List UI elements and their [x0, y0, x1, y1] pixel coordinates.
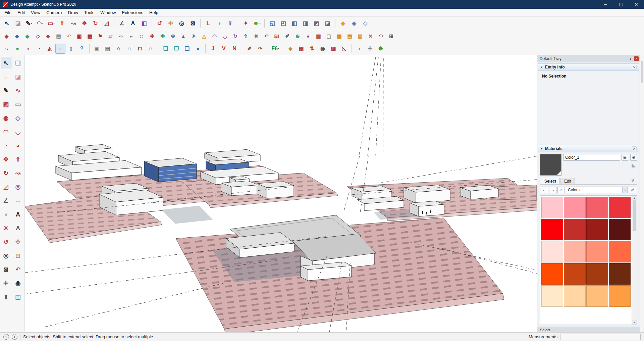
walk-tool-button[interactable]: ⇑ [1, 291, 11, 303]
color-swatch-0-1[interactable] [564, 197, 586, 218]
materials-close-icon[interactable]: ✕ [632, 146, 637, 151]
two-point-arc-button[interactable]: ◡ [13, 126, 23, 138]
sign-in-avatar-button[interactable]: ☻▾ [252, 18, 262, 29]
followme-tool-button[interactable]: ↝ [13, 167, 23, 179]
rectangle-tool-button[interactable]: ▨ [1, 98, 11, 110]
color-swatch-2-2[interactable] [586, 241, 608, 262]
solid-intersect-button[interactable]: ◇ [33, 32, 43, 41]
menu-view[interactable]: View [28, 9, 43, 16]
eraser-tool-button[interactable]: ◪ [13, 70, 23, 83]
materials-header[interactable]: ▼ Materials ✕ [538, 145, 639, 152]
scene-flag-button[interactable]: ⚑ [95, 32, 105, 41]
purge-model-button[interactable]: ⊕ [293, 32, 303, 41]
select-tool-button[interactable]: ↖ [1, 57, 11, 69]
cylinder-tool-button[interactable]: ▯ [66, 44, 76, 54]
material-thumbnail[interactable] [540, 154, 561, 176]
pan-tool-button[interactable]: ✣ [13, 236, 23, 248]
extension-warehouse-button[interactable]: ◑ [214, 18, 224, 29]
color-swatch-4-1[interactable] [564, 285, 586, 307]
color-swatch-4-3[interactable] [609, 285, 631, 307]
solid-split-button[interactable]: ◈ [43, 32, 53, 41]
rotate-tool-button[interactable]: ↻ [1, 167, 11, 179]
paint-bucket-tool-button[interactable]: ◧ [139, 18, 149, 29]
solid-trim-button[interactable]: ◆ [22, 32, 32, 41]
add-detail-button[interactable]: ◺ [339, 44, 349, 54]
marquee-select-button[interactable]: ▢ [324, 32, 334, 41]
dropper-icon[interactable]: ✐ [630, 178, 636, 184]
stamp-button[interactable]: ◉ [318, 44, 328, 54]
back-arrow-icon[interactable]: ← [541, 187, 548, 193]
menu-tools[interactable]: Tools [81, 9, 97, 16]
collapse-arrow-icon[interactable]: ▼ [540, 66, 543, 69]
followme-tool-button[interactable]: ↝ [68, 18, 78, 29]
axes-tool-button[interactable]: ✳ [1, 222, 11, 234]
view-left-button[interactable]: ◪ [322, 18, 333, 29]
pin-tool-button[interactable]: ✛ [365, 44, 375, 54]
maximize-button[interactable]: ▢ [613, 0, 629, 9]
color-swatch-3-1[interactable] [564, 263, 586, 285]
view-top-button[interactable]: ◰ [278, 18, 288, 29]
undo-red-button[interactable]: ↶ [262, 32, 271, 41]
sample-material-icon[interactable]: ◣ [630, 162, 637, 168]
grid-tool-button[interactable]: ▦ [334, 32, 344, 41]
position-camera-button[interactable]: ✛ [1, 277, 11, 289]
align-j-button[interactable]: J [208, 44, 218, 54]
zoom-window-button[interactable]: ⊡ [13, 249, 23, 262]
model-viewport[interactable] [25, 55, 537, 332]
sandbox-scratch-button[interactable]: ▦ [296, 44, 306, 54]
smooth-sphere-button[interactable]: ● [55, 44, 65, 54]
undo-history-button[interactable]: ↶ [64, 32, 74, 41]
drape-button[interactable]: ▨ [328, 44, 338, 54]
pie-tool-button[interactable]: ◔ [1, 139, 11, 152]
loop-tool-button[interactable]: ↻ [230, 32, 240, 41]
menu-file[interactable]: File [1, 9, 14, 16]
curviloft-button[interactable]: ◖ [354, 44, 364, 54]
circle-tool-button[interactable]: ◍ [1, 112, 11, 124]
tent-tool-button[interactable]: ◭ [45, 44, 55, 54]
bool-tool-button[interactable]: B! [272, 32, 282, 41]
section-plane-button[interactable]: ◫ [13, 291, 23, 303]
menu-help[interactable]: Help [146, 9, 161, 16]
color-swatch-2-1[interactable] [564, 241, 586, 262]
minimize-button[interactable]: ─ [598, 0, 613, 9]
polygon-tool-button[interactable]: ◇ [13, 112, 23, 124]
layer-stack-2-button[interactable]: ❐ [171, 44, 181, 54]
freehand-tool-button[interactable]: ∿ [13, 84, 23, 97]
move-tool-button[interactable]: ✥ [1, 153, 11, 165]
protractor-tool-button[interactable]: ◖ [1, 208, 11, 221]
color-swatch-1-2[interactable] [586, 219, 608, 240]
double-cut-button[interactable]: ✕ [366, 32, 375, 41]
scale-tool-button[interactable]: ◿ [1, 181, 11, 193]
table-tool-button[interactable]: ▥ [355, 32, 365, 41]
arc-tool-button[interactable]: ◠▾ [35, 18, 45, 29]
fredo6-tools-button[interactable]: F6▾ [270, 44, 280, 54]
cone-tool-button[interactable]: ▲ [178, 32, 188, 41]
swatch-scrollbar[interactable]: ▲ ▼ [632, 196, 637, 325]
hatch-tool-button[interactable]: ▤ [345, 32, 355, 41]
forward-arrow-icon[interactable]: → [549, 187, 556, 193]
clipboard-page-button[interactable]: ❏ [13, 57, 23, 69]
grid-snap-button[interactable]: ⊞ [386, 32, 396, 41]
color-swatch-0-2[interactable] [586, 197, 608, 218]
menu-camera[interactable]: Camera [43, 9, 65, 16]
color-swatch-4-2[interactable] [586, 285, 608, 307]
wall-panel-button[interactable]: ▤ [103, 44, 113, 54]
material-replacer-button[interactable]: ▣ [74, 32, 84, 41]
tape-measure-tool-button[interactable]: ∠ [117, 18, 127, 29]
color-swatch-0-3[interactable] [609, 197, 631, 218]
dome-tool-button[interactable]: ◗ [23, 44, 33, 54]
eraser-tool-button[interactable]: ◪ [13, 18, 23, 29]
poly-sphere-button[interactable]: ❋ [376, 44, 386, 54]
flat-roof-button[interactable]: ⊓ [135, 44, 145, 54]
geodesic-sphere-button[interactable]: ● [12, 44, 22, 54]
color-swatch-1-1[interactable] [564, 219, 586, 240]
smoove-button[interactable]: ⇅ [307, 44, 317, 54]
color-swatch-3-3[interactable] [609, 263, 631, 285]
weld-tool-button[interactable]: ● [303, 32, 313, 41]
pattern-fill-button[interactable]: ▩ [314, 32, 323, 41]
starburst-tool-button[interactable]: ✳ [189, 32, 199, 41]
dropper-1-button[interactable]: ✐ [245, 44, 255, 54]
component-box-button[interactable]: ▣ [92, 44, 102, 54]
component-grid-button[interactable]: ▦ [85, 32, 95, 41]
menu-extensions[interactable]: Extensions [119, 9, 147, 16]
